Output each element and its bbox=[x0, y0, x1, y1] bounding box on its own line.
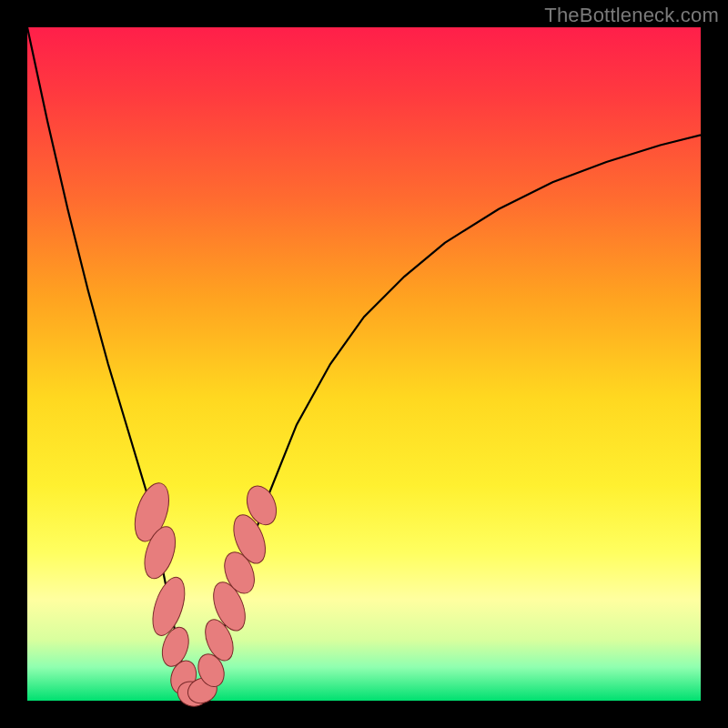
bottleneck-curve bbox=[27, 27, 701, 701]
plot-area bbox=[27, 27, 701, 701]
curve-markers bbox=[128, 479, 281, 710]
curve-svg bbox=[27, 27, 701, 701]
watermark-text: TheBottleneck.com bbox=[544, 4, 719, 27]
chart-frame: TheBottleneck.com bbox=[0, 0, 728, 728]
